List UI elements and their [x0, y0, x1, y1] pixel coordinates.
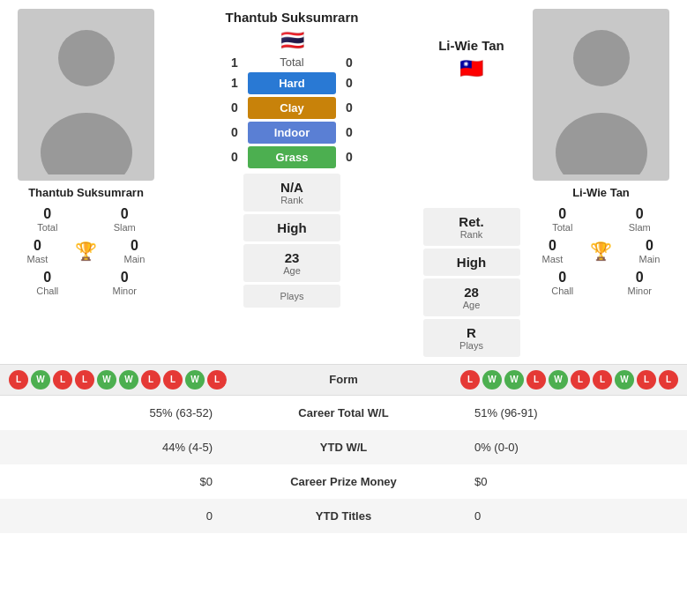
table-row: 44% (4-5)YTD W/L0% (0-0): [0, 430, 687, 464]
svg-point-3: [556, 113, 647, 174]
stats-table: 55% (63-52)Career Total W/L51% (96-91)44…: [0, 396, 687, 533]
top-section: Thantub Suksumrarn0Total0Slam0Mast🏆0Main…: [0, 0, 687, 357]
player2-stat-col: Li-Wie Tan🇹🇼Ret.RankHigh28AgeRPlays: [421, 9, 522, 357]
form-section: LWLLWWLLWLFormLWWLWLLWLL: [0, 364, 687, 396]
table-row: 55% (63-52)Career Total W/L51% (96-91): [0, 396, 687, 430]
center-column: Thantub Suksumrarn🇹🇭1Total01Hard00Clay00…: [165, 9, 419, 308]
table-row: $0Career Prize Money$0: [0, 464, 687, 499]
main-container: Thantub Suksumrarn0Total0Slam0Mast🏆0Main…: [0, 0, 687, 533]
table-row: 0YTD Titles0: [0, 499, 687, 533]
svg-point-0: [58, 30, 115, 86]
svg-point-2: [573, 30, 630, 86]
left-player-column: Thantub Suksumrarn0Total0Slam0Mast🏆0Main…: [9, 9, 163, 300]
svg-point-1: [41, 113, 132, 174]
right-player-column: Li-Wie Tan0Total0Slam0Mast🏆0Main0Chall0M…: [524, 9, 678, 300]
